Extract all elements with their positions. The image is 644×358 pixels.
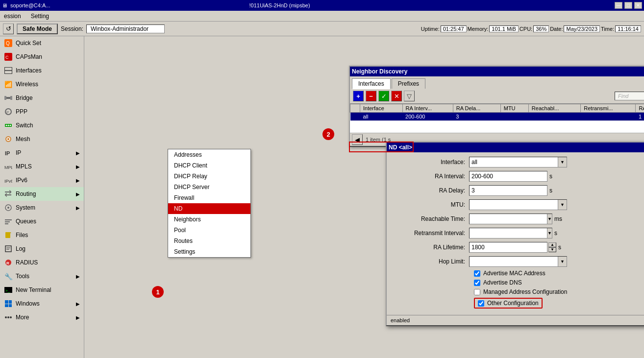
advertise-dns-checkbox[interactable] [474,280,480,286]
sidebar-item-queues[interactable]: Queues [0,215,84,228]
find-input[interactable]: Find [615,92,644,100]
form-row-mtu: MTU: ▼ [391,199,644,211]
managed-addr-label: Managed Address Configuration [483,288,567,295]
mtu-dropdown-arrow[interactable]: ▼ [558,200,567,210]
menu-item-dhcp-server[interactable]: DHCP Server [168,182,250,192]
reachable-input[interactable] [470,215,547,223]
menu-item-neighbors[interactable]: Neighbors [168,214,250,225]
reachable-select[interactable]: ▼ [469,214,552,224]
safe-mode-button[interactable]: Safe Mode [17,24,58,34]
menu-item-pool[interactable]: Pool [168,225,250,236]
title-text: soporte@C4:A... [10,2,50,8]
retransmit-dropdown-arrow[interactable]: ▼ [547,228,552,238]
sidebar-item-new-terminal[interactable]: >_ New Terminal [0,283,84,297]
svg-rect-27 [5,232,10,238]
sidebar-item-routing[interactable]: ⇄ Routing ▶ [0,187,84,201]
maximize-button[interactable]: □ [624,2,632,9]
managed-addr-checkbox[interactable] [474,289,480,295]
sidebar-item-capsman[interactable]: C CAPsMan [0,50,84,64]
sidebar-item-quickset[interactable]: Q Quick Set [0,36,84,50]
menu-setting[interactable]: Setting [29,12,51,20]
sidebar-item-more[interactable]: More ▶ [0,310,84,324]
more-icon [4,313,13,322]
scroll-left-btn[interactable]: ◀ [352,134,363,145]
mtu-select[interactable]: ▼ [469,199,567,210]
svg-text:IP: IP [5,150,10,156]
add-button[interactable]: + [353,91,364,101]
sidebar-item-bridge[interactable]: Bridge [0,91,84,105]
sidebar-item-interfaces[interactable]: Interfaces [0,64,84,77]
svg-text:🔧: 🔧 [4,273,12,280]
interface-dropdown-arrow[interactable]: ▼ [558,157,567,167]
disable-button[interactable]: ✕ [391,91,402,101]
col-interface: Interface [360,104,403,113]
interface-select[interactable]: ▼ [469,157,567,167]
sidebar-item-mpls[interactable]: MPLS MPLS ▶ [0,160,84,173]
sidebar-item-radius[interactable]: R RADIUS [0,256,84,269]
other-config-checkbox[interactable] [478,300,484,307]
filter-button[interactable]: ▽ [404,91,415,101]
close-button[interactable]: ✕ [634,2,642,9]
ra-delay-label: RA Delay: [391,187,469,194]
ra-interval-input[interactable] [469,171,547,182]
ra-lifetime-down[interactable]: ▼ [548,247,556,252]
table-row[interactable]: all 200-600 3 1 [350,113,644,121]
menu-session[interactable]: ession [2,12,23,20]
tab-interfaces[interactable]: Interfaces [352,78,391,89]
hop-limit-input[interactable] [470,258,558,265]
mtu-input[interactable] [470,201,558,209]
hop-limit-select[interactable]: ▼ [469,256,567,267]
wireless-icon: 📶 [4,80,13,89]
sidebar-item-switch[interactable]: Switch [0,119,84,132]
ra-interval-label: RA Interval: [391,173,469,180]
ra-lifetime-input[interactable] [469,242,547,253]
menu-item-nd[interactable]: ND [168,203,250,214]
svg-rect-29 [5,246,11,252]
menu-item-dhcp-client[interactable]: DHCP Client [168,160,250,171]
remove-button[interactable]: − [366,91,376,101]
hop-limit-dropdown-arrow[interactable]: ▼ [558,257,567,266]
sidebar-item-tools[interactable]: 🔧 Tools ▶ [0,269,84,283]
sidebar-item-system[interactable]: System ▶ [0,201,84,215]
svg-point-14 [8,125,9,126]
ipv6-icon: IPv6 [4,176,13,185]
menu-item-firewall[interactable]: Firewall [168,192,250,203]
reachable-dropdown-arrow[interactable]: ▼ [547,214,552,224]
cell-ra-delay: 3 [453,113,500,121]
cell-ra-interval: 200-600 [402,113,453,121]
sidebar-item-ppp[interactable]: P PPP [0,105,84,119]
sidebar-item-mesh[interactable]: Mesh [0,132,84,146]
menu-item-routes[interactable]: Routes [168,236,250,246]
sidebar-item-wireless[interactable]: 📶 Wireless [0,77,84,91]
nd-tabs: Interfaces Prefixes [350,76,644,89]
menu-item-settings[interactable]: Settings [168,246,250,257]
interface-input[interactable] [470,158,558,166]
form-row-interface: Interface: ▼ [391,156,644,168]
cpu-value: 36% [533,25,549,32]
sidebar-item-files[interactable]: Files [0,228,84,242]
advertise-mac-checkbox[interactable] [474,270,480,277]
menu-item-dhcp-relay[interactable]: DHCP Relay [168,171,250,182]
cell-retransmit [581,113,636,121]
form-row-ra-interval: RA Interval: s [391,170,644,182]
refresh-button[interactable]: ↺ [3,24,14,34]
windows-icon [4,299,13,308]
minimize-button[interactable]: — [615,2,622,9]
app-icon: 🖥 [2,2,7,8]
menu-item-addresses[interactable]: Addresses [168,149,250,160]
retransmit-select[interactable]: ▼ [469,228,552,239]
radius-icon: R [4,258,13,267]
tab-prefixes[interactable]: Prefixes [392,78,425,89]
terminal-icon: >_ [4,286,13,294]
ra-lifetime-up[interactable]: ▲ [548,242,556,247]
svg-rect-39 [5,304,8,307]
ra-delay-input[interactable] [469,185,547,196]
enable-button[interactable]: ✓ [378,91,389,101]
other-config-highlight: Other Configuration [474,298,543,309]
sidebar-item-log[interactable]: Log [0,242,84,256]
sidebar-item-windows[interactable]: Windows ▶ [0,297,84,310]
sidebar-item-ipv6[interactable]: IPv6 IPv6 ▶ [0,173,84,187]
col-ra-lifetime: RA Li ▼ [636,104,644,113]
sidebar-item-ip[interactable]: IP IP ▶ [0,146,84,160]
retransmit-input[interactable] [470,229,547,237]
